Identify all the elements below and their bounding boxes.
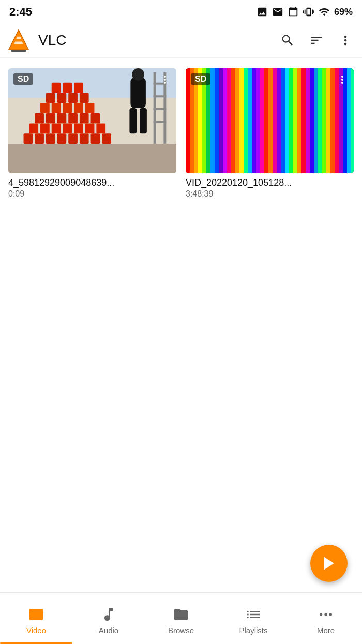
overflow-icon	[338, 33, 353, 48]
svg-rect-29	[40, 103, 50, 113]
svg-rect-20	[74, 123, 83, 133]
svg-rect-17	[40, 123, 50, 133]
wifi-icon	[319, 6, 330, 18]
nav-item-browse[interactable]: Browse	[145, 593, 217, 644]
svg-marker-3	[16, 36, 21, 39]
svg-rect-21	[85, 123, 95, 133]
search-button[interactable]	[277, 30, 298, 51]
app-title: VLC	[38, 32, 277, 49]
video-title: 4_59812929009048639...	[8, 177, 176, 188]
svg-rect-56	[39, 610, 41, 613]
svg-rect-57	[29, 609, 43, 610]
svg-rect-19	[63, 123, 72, 133]
vlc-logo	[6, 28, 31, 53]
calendar-icon	[288, 6, 299, 18]
svg-rect-15	[102, 133, 111, 144]
svg-rect-54	[31, 610, 33, 613]
svg-rect-16	[29, 123, 38, 133]
nav-label-audio: Audio	[99, 626, 118, 635]
playlists-nav-icon	[245, 606, 262, 623]
nav-item-playlists[interactable]: Playlists	[217, 593, 290, 644]
svg-rect-49	[154, 108, 167, 110]
svg-marker-51	[324, 557, 334, 570]
filter-icon	[309, 33, 324, 48]
nav-label-more: More	[317, 626, 335, 635]
svg-rect-12	[68, 133, 78, 144]
video-card[interactable]: SD VID_20220120_105128... 3:48:39	[186, 68, 354, 199]
video-duration: 0:09	[8, 189, 176, 199]
browse-nav-icon	[173, 606, 189, 623]
status-time: 2:45	[9, 5, 32, 19]
svg-rect-33	[85, 103, 95, 113]
svg-rect-26	[68, 113, 78, 124]
svg-point-58	[320, 613, 322, 616]
svg-rect-32	[74, 103, 83, 113]
svg-rect-55	[35, 610, 37, 613]
app-bar-actions	[277, 30, 356, 51]
play-fab[interactable]	[310, 545, 348, 582]
svg-rect-38	[52, 83, 61, 93]
video-thumbnail[interactable]: SD	[186, 68, 354, 173]
svg-rect-8	[24, 133, 33, 144]
svg-rect-36	[68, 93, 78, 103]
status-icons: 69%	[257, 6, 353, 18]
vibrate-icon	[303, 6, 314, 18]
svg-rect-39	[63, 83, 72, 93]
svg-rect-30	[52, 103, 61, 113]
gmail-icon	[272, 6, 283, 18]
svg-rect-40	[74, 83, 83, 93]
video-thumbnail[interactable]: SD	[8, 68, 176, 173]
svg-rect-44	[140, 108, 147, 133]
svg-rect-6	[8, 144, 176, 173]
nav-item-more[interactable]: More	[290, 593, 362, 644]
svg-rect-25	[57, 113, 67, 124]
svg-point-59	[324, 613, 327, 616]
svg-rect-22	[96, 123, 105, 133]
svg-rect-14	[91, 133, 100, 144]
thumb-scene-1	[8, 68, 176, 173]
more-nav-icon	[318, 606, 334, 623]
svg-rect-10	[46, 133, 55, 144]
play-icon	[320, 555, 338, 572]
video-menu-button[interactable]	[157, 71, 173, 88]
svg-rect-4	[11, 50, 26, 52]
video-menu-button[interactable]	[334, 71, 351, 88]
svg-rect-43	[129, 108, 137, 133]
svg-rect-50	[154, 121, 167, 123]
filter-button[interactable]	[306, 30, 327, 51]
svg-rect-9	[35, 133, 44, 144]
status-bar: 2:45 69%	[0, 0, 362, 23]
svg-rect-41	[130, 78, 146, 108]
svg-rect-24	[46, 113, 55, 124]
svg-rect-31	[63, 103, 72, 113]
stripes-bg	[186, 68, 354, 173]
video-card[interactable]: SD 4_59812929009048639... 0:09	[8, 68, 176, 199]
video-grid: SD 4_59812929009048639... 0:09 SD VID_20…	[8, 68, 354, 199]
svg-rect-18	[52, 123, 61, 133]
battery-level: 69%	[334, 7, 353, 18]
video-nav-icon	[28, 606, 44, 623]
svg-point-42	[132, 68, 144, 81]
sd-badge: SD	[191, 73, 210, 85]
video-info: VID_20220120_105128... 3:48:39	[186, 173, 354, 199]
svg-rect-34	[46, 93, 55, 103]
svg-point-60	[329, 613, 332, 616]
app-bar: VLC	[0, 23, 362, 58]
bottom-nav: Video Audio Browse Playlists	[0, 592, 362, 644]
sd-badge: SD	[13, 73, 33, 85]
nav-label-video: Video	[26, 626, 46, 635]
nav-label-playlists: Playlists	[239, 626, 267, 635]
audio-nav-icon	[100, 606, 117, 623]
nav-item-audio[interactable]: Audio	[72, 593, 145, 644]
nav-label-browse: Browse	[168, 626, 194, 635]
svg-marker-0	[9, 29, 28, 49]
search-icon	[280, 33, 295, 48]
svg-rect-27	[80, 113, 89, 124]
video-title: VID_20220120_105128...	[186, 177, 354, 188]
overflow-menu-button[interactable]	[335, 30, 356, 51]
nav-item-video[interactable]: Video	[0, 593, 72, 644]
video-info: 4_59812929009048639... 0:09	[8, 173, 176, 199]
svg-marker-2	[14, 41, 23, 44]
svg-rect-28	[91, 113, 100, 124]
svg-rect-37	[80, 93, 89, 103]
